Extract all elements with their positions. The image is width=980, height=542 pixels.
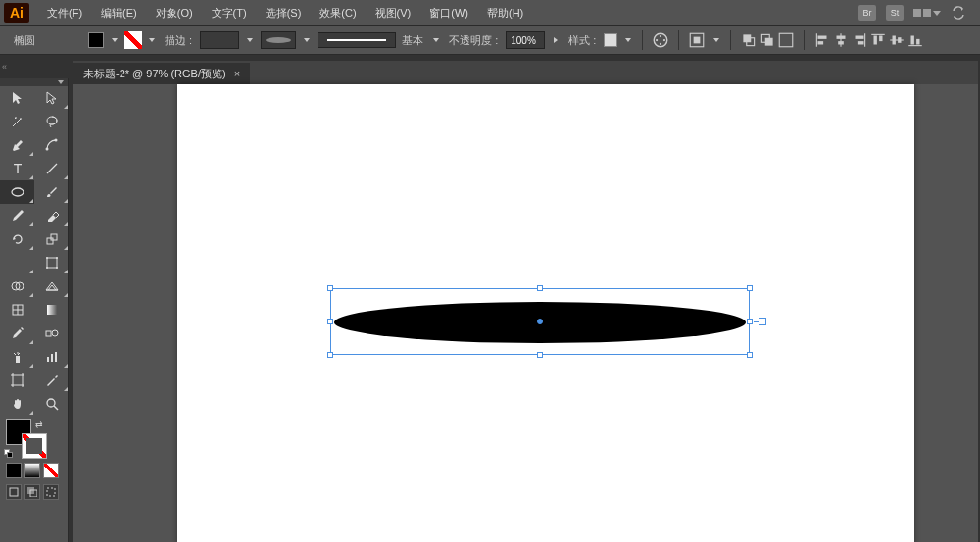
menu-help[interactable]: 帮助(H) xyxy=(478,2,532,25)
color-mode-row xyxy=(0,459,68,482)
resize-handle-ml[interactable] xyxy=(327,319,333,324)
align-to-button[interactable] xyxy=(688,31,706,49)
width-tool[interactable] xyxy=(0,251,34,274)
paintbrush-tool[interactable] xyxy=(34,180,69,204)
align-bottom-icon[interactable] xyxy=(906,31,924,49)
zoom-tool[interactable] xyxy=(34,392,69,416)
resize-handle-tr[interactable] xyxy=(747,285,753,291)
fill-dropdown[interactable] xyxy=(110,32,120,48)
center-point[interactable] xyxy=(537,319,543,324)
menu-object[interactable]: 对象(O) xyxy=(147,2,202,25)
magic-wand-tool[interactable] xyxy=(0,110,34,133)
type-tool[interactable]: T xyxy=(0,157,34,180)
resize-handle-mr[interactable] xyxy=(747,319,753,324)
brush-definition[interactable] xyxy=(318,32,396,48)
align-right-icon[interactable] xyxy=(851,31,868,49)
stroke-color[interactable] xyxy=(22,433,47,459)
free-transform-tool[interactable] xyxy=(34,251,69,274)
hand-tool[interactable] xyxy=(0,392,34,416)
color-mode-none[interactable] xyxy=(43,463,59,478)
scale-tool[interactable] xyxy=(34,227,69,251)
selection-tool[interactable] xyxy=(0,86,34,110)
arrange-button[interactable] xyxy=(759,31,776,49)
svg-point-31 xyxy=(45,148,48,151)
rotate-tool[interactable] xyxy=(0,227,34,251)
align-left-icon[interactable] xyxy=(813,31,831,49)
menu-edit[interactable]: 编辑(E) xyxy=(92,2,146,25)
menu-file[interactable]: 文件(F) xyxy=(38,2,91,25)
align-vcenter-icon[interactable] xyxy=(888,31,906,49)
blend-tool[interactable] xyxy=(34,321,69,345)
eraser-tool[interactable] xyxy=(34,204,69,227)
sync-icon[interactable] xyxy=(951,5,966,21)
fill-stroke-controls[interactable]: ⇄ xyxy=(0,416,68,459)
column-graph-tool[interactable] xyxy=(34,345,69,369)
menu-type[interactable]: 文字(T) xyxy=(203,2,256,25)
perspective-grid-tool[interactable] xyxy=(34,274,69,298)
tool-panel-header[interactable] xyxy=(0,78,68,86)
align-hcenter-icon[interactable] xyxy=(832,31,850,49)
pencil-tool[interactable] xyxy=(0,204,34,227)
tool-panel: T ⇄ xyxy=(0,78,69,542)
pen-tool[interactable] xyxy=(0,133,34,157)
style-dropdown[interactable] xyxy=(623,32,633,48)
default-fill-stroke-icon[interactable] xyxy=(4,449,13,458)
svg-rect-49 xyxy=(16,356,20,363)
menu-effect[interactable]: 效果(C) xyxy=(311,2,365,25)
symbol-sprayer-tool[interactable] xyxy=(0,345,34,369)
resize-handle-br[interactable] xyxy=(747,352,753,358)
color-mode-solid[interactable] xyxy=(6,463,22,478)
bridge-button[interactable]: Br xyxy=(858,5,876,21)
panel-collapse-indicator[interactable]: « xyxy=(0,62,14,74)
brush-label: 基本 xyxy=(400,33,425,48)
line-segment-tool[interactable] xyxy=(34,157,69,180)
recolor-icon[interactable] xyxy=(652,31,669,49)
draw-normal-icon[interactable] xyxy=(6,484,22,500)
live-shape-widget[interactable] xyxy=(759,318,766,325)
mesh-tool[interactable] xyxy=(0,298,34,321)
direct-selection-tool[interactable] xyxy=(34,86,69,110)
profile-dropdown[interactable] xyxy=(302,32,312,48)
eyedropper-tool[interactable] xyxy=(0,321,34,345)
slice-tool[interactable] xyxy=(34,369,69,392)
ellipse-tool[interactable] xyxy=(0,180,34,204)
align-top-icon[interactable] xyxy=(869,31,887,49)
curvature-tool[interactable] xyxy=(34,133,69,157)
stroke-weight-input[interactable] xyxy=(200,31,239,49)
menu-view[interactable]: 视图(V) xyxy=(367,2,420,25)
transform-button[interactable] xyxy=(740,31,758,49)
resize-handle-tl[interactable] xyxy=(327,285,333,291)
document-tab-close[interactable]: × xyxy=(234,68,240,79)
canvas-area[interactable] xyxy=(74,84,978,542)
variable-width-profile[interactable] xyxy=(261,31,296,49)
fill-swatch[interactable] xyxy=(88,32,104,48)
opacity-more[interactable] xyxy=(551,37,561,43)
isolate-button[interactable] xyxy=(777,31,795,49)
align-to-dropdown[interactable] xyxy=(711,32,721,48)
arrange-documents-button[interactable] xyxy=(913,9,941,17)
svg-point-42 xyxy=(56,267,58,269)
stroke-swatch[interactable] xyxy=(125,32,141,48)
shape-builder-tool[interactable] xyxy=(0,274,34,298)
artboard-tool[interactable] xyxy=(0,369,34,392)
document-tab[interactable]: 未标题-2* @ 97% (RGB/预览) × xyxy=(74,63,250,84)
gradient-tool[interactable] xyxy=(34,298,69,321)
resize-handle-tc[interactable] xyxy=(537,285,543,291)
opacity-input[interactable]: 100% xyxy=(506,31,545,49)
stock-button[interactable]: St xyxy=(886,5,904,21)
graphic-style-swatch[interactable] xyxy=(604,33,617,47)
brush-dropdown[interactable] xyxy=(431,32,441,48)
resize-handle-bl[interactable] xyxy=(327,352,333,358)
resize-handle-bc[interactable] xyxy=(537,352,543,358)
stroke-dropdown[interactable] xyxy=(147,32,157,48)
stroke-weight-dropdown[interactable] xyxy=(245,32,255,48)
svg-rect-23 xyxy=(880,36,883,42)
draw-inside-icon[interactable] xyxy=(43,484,59,500)
menu-select[interactable]: 选择(S) xyxy=(257,2,311,25)
color-mode-gradient[interactable] xyxy=(24,463,40,478)
lasso-tool[interactable] xyxy=(34,110,69,133)
svg-point-48 xyxy=(52,330,58,336)
draw-behind-icon[interactable] xyxy=(24,484,40,500)
menu-window[interactable]: 窗口(W) xyxy=(420,2,477,25)
swap-fill-stroke-icon[interactable]: ⇄ xyxy=(35,419,43,429)
